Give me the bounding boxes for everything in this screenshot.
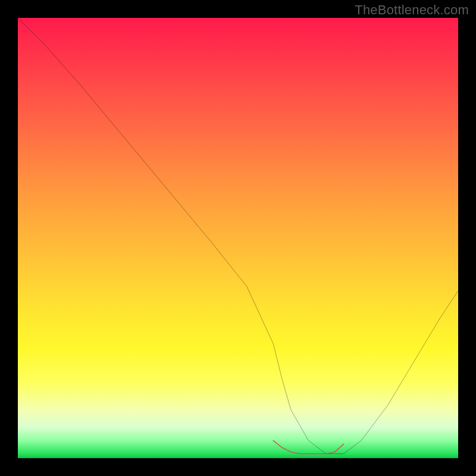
chart-frame: TheBottleneck.com [0, 0, 476, 476]
chart-area [18, 18, 458, 458]
bottleneck-curve [18, 18, 458, 454]
optimal-band [273, 440, 343, 453]
chart-svg [18, 18, 458, 458]
watermark-text: TheBottleneck.com [355, 2, 469, 18]
